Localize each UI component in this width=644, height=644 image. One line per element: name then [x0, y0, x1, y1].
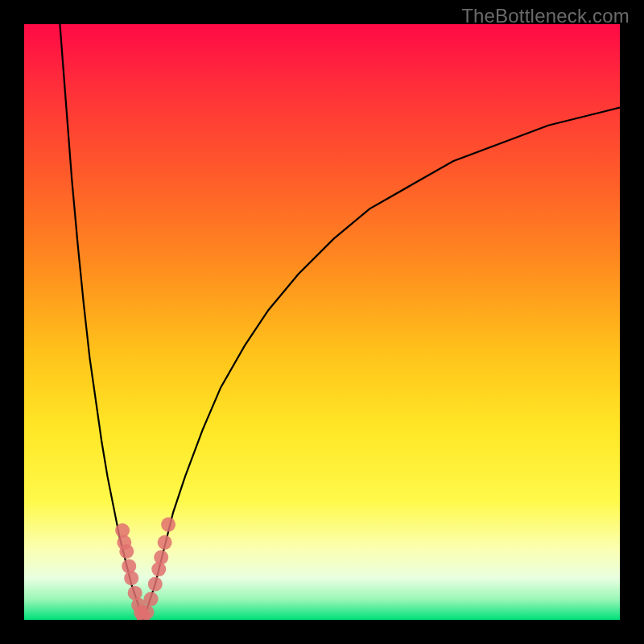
- data-marker: [151, 562, 166, 576]
- watermark-text: TheBottleneck.com: [461, 5, 630, 27]
- gradient-background: [24, 24, 620, 620]
- data-marker: [122, 559, 136, 573]
- data-marker: [139, 605, 154, 619]
- plot-area: [24, 24, 620, 620]
- data-marker: [124, 571, 138, 585]
- data-marker: [148, 577, 163, 592]
- data-marker: [144, 592, 159, 606]
- data-marker: [154, 550, 168, 564]
- data-marker: [161, 518, 175, 532]
- data-marker: [119, 544, 134, 559]
- outer-frame: TheBottleneck.com: [0, 0, 644, 644]
- data-marker: [158, 535, 172, 550]
- chart-svg: [24, 24, 620, 620]
